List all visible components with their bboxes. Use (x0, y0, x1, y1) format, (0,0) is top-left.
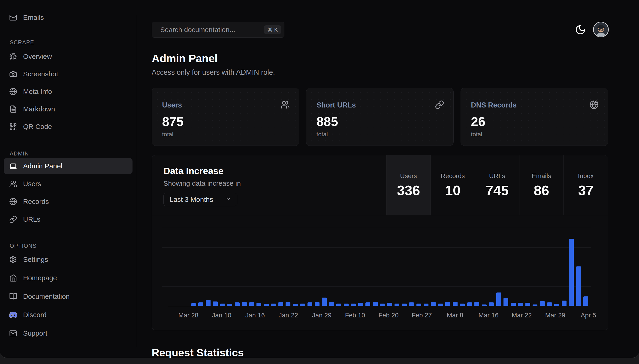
data-increase-card: Data Increase Showing data increase in L… (152, 155, 608, 330)
tab-urls[interactable]: URLs 745 (475, 155, 519, 215)
chart-bar[interactable] (373, 302, 378, 306)
tab-inbox[interactable]: Inbox 37 (563, 155, 608, 215)
chart-bar[interactable] (300, 304, 305, 306)
sidebar-item-urls[interactable]: URLs (4, 211, 133, 228)
sidebar-item-documentation[interactable]: Documentation (4, 288, 133, 304)
chart-bar[interactable] (438, 304, 443, 306)
sidebar-item-users[interactable]: Users (4, 176, 133, 192)
app-window: EmailsSCRAPEOverviewScreenshotMeta InfoM… (0, 0, 639, 358)
sidebar-item-settings[interactable]: Settings (4, 252, 133, 268)
chart-bar[interactable] (366, 302, 370, 306)
chart-bar[interactable] (198, 302, 203, 306)
chart-bar[interactable] (380, 304, 385, 306)
chart-bar[interactable] (474, 302, 479, 306)
tab-users[interactable]: Users 336 (386, 155, 431, 215)
chart-bar[interactable] (387, 303, 392, 306)
chart-bar[interactable] (533, 304, 537, 306)
x-axis-tick-label: Mar 8 (447, 312, 463, 319)
sidebar-item-homepage[interactable]: Homepage (4, 270, 133, 286)
chart-bar[interactable] (467, 302, 472, 306)
tab-label: Emails (532, 172, 551, 180)
chart-bar[interactable] (569, 239, 574, 306)
chart-bar[interactable] (554, 304, 559, 306)
chart-bar[interactable] (431, 302, 436, 306)
chart-bar[interactable] (547, 302, 552, 306)
chart-bar[interactable] (256, 303, 261, 306)
chart-bar[interactable] (242, 302, 247, 306)
chart-bar[interactable] (540, 301, 545, 306)
chart-bar[interactable] (206, 300, 210, 306)
search-input[interactable]: Search documentation... ⌘ K (152, 22, 284, 38)
sidebar-item-discord[interactable]: Discord (4, 307, 133, 323)
sidebar-item-qr-code[interactable]: QR Code (4, 118, 133, 135)
chart-bar[interactable] (583, 296, 588, 306)
chart-bar[interactable] (322, 298, 327, 306)
sidebar-item-records[interactable]: Records (4, 194, 133, 210)
chart-bar[interactable] (351, 304, 356, 306)
file-text-icon (9, 105, 17, 113)
chart-bar[interactable] (417, 304, 421, 306)
sidebar-scroll-area[interactable]: EmailsSCRAPEOverviewScreenshotMeta InfoM… (0, 15, 137, 358)
chart-bar[interactable] (278, 302, 283, 306)
chart-bar[interactable] (329, 302, 334, 306)
chart-bar[interactable] (315, 302, 320, 306)
x-axis-labels: Mar 28Jan 10Jan 16Jan 22Jan 29Feb 10Feb … (152, 312, 608, 320)
chart-bar[interactable] (576, 266, 581, 306)
theme-toggle-button[interactable] (575, 24, 586, 35)
range-select[interactable]: Last 3 Months (163, 193, 237, 206)
chart-bar[interactable] (271, 304, 276, 306)
chart-bar[interactable] (489, 302, 494, 306)
sidebar-item-label: Meta Info (23, 88, 52, 96)
sidebar-item-admin-panel[interactable]: Admin Panel (4, 158, 133, 174)
chart-bar[interactable] (424, 304, 429, 306)
chart-bar[interactable] (344, 304, 349, 306)
chart-bar[interactable] (358, 303, 363, 306)
sidebar-item-emails[interactable]: Emails (4, 15, 133, 26)
globe-icon (9, 88, 17, 96)
tab-records[interactable]: Records 10 (431, 155, 475, 215)
sidebar-item-markdown[interactable]: Markdown (4, 101, 133, 117)
chart-bar[interactable] (336, 304, 341, 306)
book-open-icon (9, 292, 17, 300)
chart-bar[interactable] (496, 292, 501, 306)
chart-bar[interactable] (453, 302, 458, 306)
chart-bar[interactable] (518, 303, 523, 306)
chart-bar[interactable] (249, 302, 254, 306)
chart-info: Data Increase Showing data increase in L… (152, 155, 386, 215)
chart-title: Data Increase (163, 166, 375, 176)
sidebar-item-overview[interactable]: Overview (4, 48, 133, 64)
globe-lock-icon (589, 100, 599, 109)
chart-bar[interactable] (307, 302, 312, 306)
tab-emails[interactable]: Emails 86 (519, 155, 563, 215)
chart-bar[interactable] (409, 302, 414, 306)
tab-value: 10 (445, 182, 461, 198)
x-axis-tick-label: Mar 22 (512, 312, 532, 319)
chart-bar[interactable] (395, 304, 399, 306)
chart-bar[interactable] (220, 304, 225, 306)
chart-bar[interactable] (293, 304, 298, 306)
stat-cards-row: Users 875 total Short URLs 885 total DNS… (152, 88, 608, 146)
chart-bar[interactable] (235, 302, 240, 306)
discord-icon (9, 311, 17, 319)
chart-bar[interactable] (285, 302, 290, 306)
chart-bar[interactable] (264, 304, 269, 306)
chart-bar[interactable] (227, 304, 232, 306)
chart-bar[interactable] (191, 303, 196, 306)
chart-bar[interactable] (503, 298, 508, 306)
chart-bar[interactable] (402, 304, 407, 306)
user-avatar[interactable] (593, 22, 609, 37)
chart-bar[interactable] (562, 300, 566, 306)
window-bottom-gap (0, 358, 639, 364)
sidebar-item-screenshot[interactable]: Screenshot (4, 66, 133, 82)
chart-bar[interactable] (213, 302, 218, 306)
chart-bar[interactable] (525, 303, 530, 306)
chart-bar[interactable] (511, 303, 516, 306)
x-axis-tick-label: Feb 20 (378, 312, 399, 319)
sidebar-item-support[interactable]: Support (4, 325, 133, 342)
chart-bar[interactable] (482, 304, 487, 306)
x-axis-tick-label: Jan 22 (279, 312, 298, 319)
stat-card-dns-records: DNS Records 26 total (461, 88, 608, 146)
chart-bar[interactable] (445, 302, 450, 306)
chart-bar[interactable] (460, 304, 465, 306)
sidebar-item-meta-info[interactable]: Meta Info (4, 84, 133, 100)
